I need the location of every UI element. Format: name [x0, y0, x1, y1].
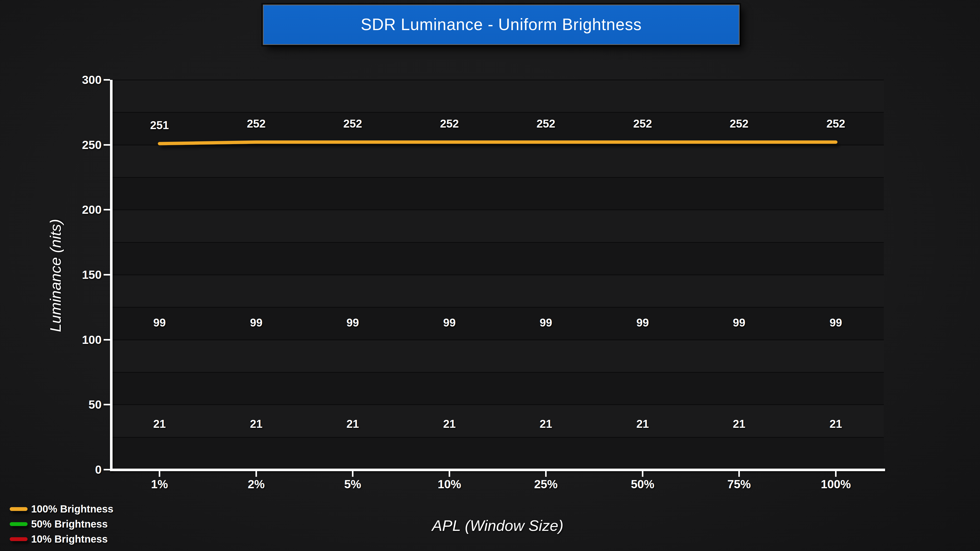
gridline — [113, 79, 884, 80]
x-tick-label: 10% — [422, 476, 477, 492]
x-tick-label: 100% — [808, 476, 864, 492]
y-tick-label: 250 — [61, 137, 102, 152]
y-tick — [103, 209, 110, 210]
plot-band — [113, 340, 884, 372]
data-label: 21 — [327, 417, 378, 431]
x-tick — [352, 471, 353, 477]
gridline — [113, 275, 884, 275]
x-tick-label: 1% — [131, 476, 188, 492]
plot-band — [113, 372, 884, 405]
y-tick — [103, 339, 110, 341]
plot-band — [113, 307, 884, 340]
y-tick-label: 300 — [61, 72, 102, 87]
chart-title-banner: SDR Luminance - Uniform Brightness — [263, 5, 740, 45]
plot-band — [113, 177, 884, 210]
plot-band — [113, 112, 884, 144]
gridline — [113, 112, 884, 113]
y-tick — [103, 404, 110, 405]
data-label: 252 — [327, 117, 378, 131]
y-tick — [103, 79, 110, 81]
screenshot-root: { "title": { "text": "SDR Luminance - Un… — [0, 0, 980, 551]
gridline — [113, 144, 884, 145]
data-label: 99 — [231, 316, 282, 330]
x-tick — [545, 471, 547, 477]
data-label: 99 — [617, 316, 668, 330]
legend-swatch-50-brightness — [10, 522, 27, 526]
plot-band — [113, 210, 884, 242]
x-tick-label: 50% — [614, 476, 671, 492]
data-label: 21 — [714, 417, 765, 431]
y-tick-label: 200 — [61, 202, 102, 218]
legend-label: 50% Brightness — [31, 518, 108, 530]
x-tick-label: 2% — [228, 476, 284, 492]
data-label: 252 — [231, 117, 282, 131]
plot-band — [113, 80, 884, 112]
legend-swatch-100-brightness — [10, 507, 27, 511]
data-label: 99 — [134, 316, 185, 330]
legend-item: 100% Brightness — [8, 502, 186, 516]
plot-band — [113, 242, 884, 275]
plot-band — [113, 145, 884, 177]
data-label: 99 — [810, 316, 861, 330]
gridline — [113, 437, 884, 438]
data-label: 99 — [424, 316, 475, 330]
y-tick-label: 50 — [61, 397, 102, 412]
x-tick-label: 5% — [325, 476, 381, 492]
x-tick — [835, 471, 837, 477]
x-axis-line — [110, 468, 885, 471]
legend-label: 10% Brightness — [31, 534, 108, 545]
x-tick-label: 25% — [518, 476, 574, 492]
legend-swatch-10-brightness — [10, 537, 27, 541]
data-label: 252 — [520, 117, 571, 131]
data-label: 21 — [231, 417, 282, 431]
gridline — [113, 307, 884, 308]
plot-band — [113, 275, 884, 307]
gridline — [113, 242, 884, 243]
y-tick — [103, 274, 110, 275]
legend-label: 100% Brightness — [31, 503, 113, 515]
gridline — [113, 210, 884, 210]
gridline — [113, 372, 884, 373]
x-tick — [256, 471, 257, 477]
y-tick-label: 150 — [61, 267, 102, 283]
gridline — [113, 340, 884, 340]
y-tick-label: 0 — [61, 462, 102, 477]
x-tick-label: 75% — [711, 476, 767, 492]
gridline — [113, 404, 884, 405]
legend-item: 10% Brightness — [8, 532, 186, 547]
y-tick — [103, 469, 110, 470]
data-label: 21 — [424, 417, 475, 431]
legend-item: 50% Brightness — [8, 516, 186, 532]
x-tick — [642, 471, 643, 477]
data-label: 99 — [520, 316, 571, 330]
plot-band — [113, 437, 884, 470]
chart-title: SDR Luminance - Uniform Brightness — [264, 5, 739, 44]
y-axis-title: Luminance (nits) — [45, 148, 66, 403]
data-label: 21 — [617, 417, 668, 431]
data-label: 99 — [327, 316, 378, 330]
x-tick — [738, 471, 740, 477]
data-label: 252 — [617, 117, 668, 131]
gridline — [113, 177, 884, 178]
data-label: 252 — [810, 117, 861, 131]
data-label: 99 — [714, 316, 765, 330]
x-axis-title: APL (Window Size) — [370, 516, 625, 536]
data-label: 252 — [714, 117, 765, 131]
data-label: 252 — [424, 117, 475, 131]
x-tick — [449, 471, 450, 477]
y-tick-label: 100 — [61, 332, 102, 348]
plot-band — [113, 405, 884, 437]
data-label: 21 — [810, 417, 861, 431]
y-tick — [103, 144, 110, 146]
x-tick — [159, 471, 160, 477]
legend: 100% Brightness 50% Brightness 10% Brigh… — [8, 502, 186, 547]
data-label: 21 — [520, 417, 571, 431]
data-label: 21 — [134, 417, 185, 431]
y-axis-line — [110, 80, 113, 471]
data-label: 251 — [134, 118, 185, 132]
